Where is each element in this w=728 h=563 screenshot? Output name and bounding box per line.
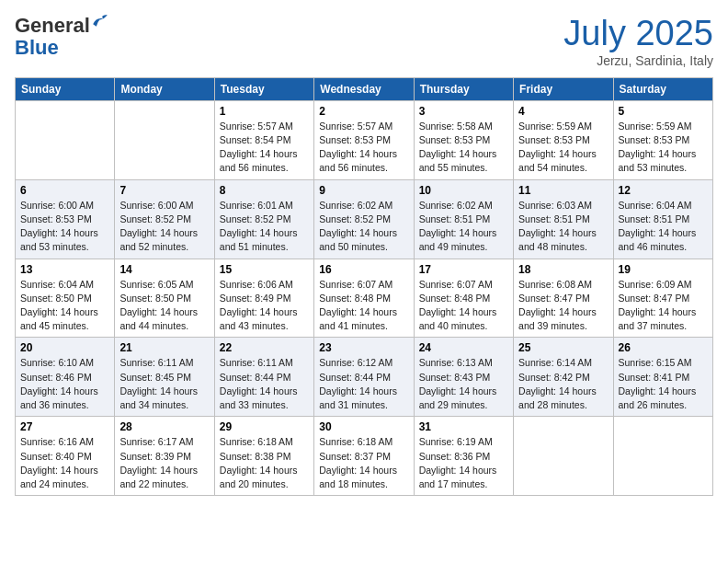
calendar-cell: 4Sunrise: 5:59 AMSunset: 8:53 PMDaylight… [514, 100, 613, 179]
calendar-week-row: 1Sunrise: 5:57 AMSunset: 8:54 PMDaylight… [16, 100, 713, 179]
day-number: 15 [220, 263, 309, 276]
calendar-cell: 22Sunrise: 6:11 AMSunset: 8:44 PMDayligh… [214, 338, 313, 417]
day-info: Sunrise: 6:03 AMSunset: 8:51 PMDaylight:… [518, 199, 608, 255]
day-info: Sunrise: 6:19 AMSunset: 8:36 PMDaylight:… [419, 435, 508, 491]
day-number: 25 [518, 341, 608, 354]
calendar-cell [16, 100, 115, 179]
sunset-text: Sunset: 8:54 PM [220, 133, 309, 147]
day-header-tuesday: Tuesday [214, 77, 313, 100]
sunrise-text: Sunrise: 5:59 AM [619, 120, 708, 133]
daylight-text: Daylight: 14 hours and 51 minutes. [220, 226, 309, 254]
calendar-cell: 25Sunrise: 6:14 AMSunset: 8:42 PMDayligh… [514, 338, 613, 417]
sunrise-text: Sunrise: 6:13 AM [419, 356, 508, 370]
calendar-week-row: 20Sunrise: 6:10 AMSunset: 8:46 PMDayligh… [16, 338, 713, 417]
sunrise-text: Sunrise: 5:59 AM [518, 120, 608, 133]
sunset-text: Sunset: 8:51 PM [518, 213, 608, 226]
day-number: 16 [319, 263, 408, 276]
day-header-saturday: Saturday [613, 77, 712, 100]
calendar-cell: 9Sunrise: 6:02 AMSunset: 8:52 PMDaylight… [314, 179, 414, 259]
day-info: Sunrise: 6:04 AMSunset: 8:51 PMDaylight:… [619, 199, 708, 255]
sunset-text: Sunset: 8:47 PM [619, 292, 708, 305]
calendar-cell: 23Sunrise: 6:12 AMSunset: 8:44 PMDayligh… [314, 338, 414, 417]
day-info: Sunrise: 6:13 AMSunset: 8:43 PMDaylight:… [419, 356, 508, 412]
sunrise-text: Sunrise: 6:02 AM [319, 199, 408, 213]
day-number: 13 [20, 263, 109, 276]
day-number: 12 [619, 184, 708, 197]
daylight-text: Daylight: 14 hours and 56 minutes. [220, 147, 309, 175]
sunrise-text: Sunrise: 6:07 AM [419, 278, 508, 292]
sunrise-text: Sunrise: 6:17 AM [119, 435, 209, 449]
sunset-text: Sunset: 8:48 PM [319, 292, 408, 305]
daylight-text: Daylight: 14 hours and 45 minutes. [20, 305, 109, 333]
location-text: Jerzu, Sardinia, Italy [563, 53, 713, 68]
sunrise-text: Sunrise: 6:00 AM [119, 199, 209, 213]
sunset-text: Sunset: 8:36 PM [419, 450, 508, 464]
daylight-text: Daylight: 14 hours and 55 minutes. [419, 147, 508, 175]
daylight-text: Daylight: 14 hours and 33 minutes. [220, 385, 309, 412]
day-info: Sunrise: 6:12 AMSunset: 8:44 PMDaylight:… [319, 356, 408, 412]
sunrise-text: Sunrise: 6:09 AM [619, 278, 708, 292]
day-number: 4 [518, 105, 608, 118]
day-info: Sunrise: 6:14 AMSunset: 8:42 PMDaylight:… [518, 356, 608, 412]
logo-blue-text: Blue [15, 36, 59, 59]
daylight-text: Daylight: 14 hours and 39 minutes. [518, 305, 608, 333]
daylight-text: Daylight: 14 hours and 56 minutes. [319, 147, 408, 175]
sunrise-text: Sunrise: 6:18 AM [319, 435, 408, 449]
sunrise-text: Sunrise: 6:08 AM [518, 278, 608, 292]
calendar-cell: 29Sunrise: 6:18 AMSunset: 8:38 PMDayligh… [214, 417, 313, 496]
daylight-text: Daylight: 14 hours and 49 minutes. [419, 226, 508, 254]
logo-general-text: General [15, 15, 90, 37]
sunrise-text: Sunrise: 6:00 AM [20, 199, 109, 213]
day-header-monday: Monday [115, 77, 214, 100]
day-info: Sunrise: 6:01 AMSunset: 8:52 PMDaylight:… [220, 199, 309, 255]
daylight-text: Daylight: 14 hours and 17 minutes. [419, 464, 508, 491]
day-header-friday: Friday [514, 77, 613, 100]
sunset-text: Sunset: 8:44 PM [319, 371, 408, 385]
day-info: Sunrise: 6:02 AMSunset: 8:52 PMDaylight:… [319, 199, 408, 255]
day-number: 7 [119, 184, 209, 197]
daylight-text: Daylight: 14 hours and 36 minutes. [20, 385, 109, 412]
daylight-text: Daylight: 14 hours and 43 minutes. [220, 305, 309, 333]
sunset-text: Sunset: 8:50 PM [119, 292, 209, 305]
sunrise-text: Sunrise: 6:05 AM [119, 278, 209, 292]
logo-bird-icon [92, 13, 108, 29]
day-info: Sunrise: 6:05 AMSunset: 8:50 PMDaylight:… [119, 278, 209, 334]
day-number: 20 [20, 341, 109, 354]
calendar-week-row: 6Sunrise: 6:00 AMSunset: 8:53 PMDaylight… [16, 179, 713, 259]
day-number: 27 [20, 420, 109, 433]
day-number: 10 [419, 184, 508, 197]
day-info: Sunrise: 6:00 AMSunset: 8:53 PMDaylight:… [20, 199, 109, 255]
sunset-text: Sunset: 8:53 PM [518, 133, 608, 147]
calendar-cell: 24Sunrise: 6:13 AMSunset: 8:43 PMDayligh… [414, 338, 513, 417]
sunrise-text: Sunrise: 6:19 AM [419, 435, 508, 449]
sunset-text: Sunset: 8:53 PM [619, 133, 708, 147]
day-number: 2 [319, 105, 408, 118]
title-block: July 2025 Jerzu, Sardinia, Italy [563, 15, 713, 68]
calendar-cell: 27Sunrise: 6:16 AMSunset: 8:40 PMDayligh… [16, 417, 115, 496]
sunrise-text: Sunrise: 5:57 AM [319, 120, 408, 133]
calendar-cell: 6Sunrise: 6:00 AMSunset: 8:53 PMDaylight… [16, 179, 115, 259]
daylight-text: Daylight: 14 hours and 41 minutes. [319, 305, 408, 333]
daylight-text: Daylight: 14 hours and 54 minutes. [518, 147, 608, 175]
logo: General Blue [15, 15, 108, 59]
day-number: 31 [419, 420, 508, 433]
calendar-table: SundayMondayTuesdayWednesdayThursdayFrid… [15, 77, 713, 496]
day-info: Sunrise: 6:15 AMSunset: 8:41 PMDaylight:… [619, 356, 708, 412]
sunset-text: Sunset: 8:37 PM [319, 450, 408, 464]
sunset-text: Sunset: 8:53 PM [419, 133, 508, 147]
calendar-week-row: 13Sunrise: 6:04 AMSunset: 8:50 PMDayligh… [16, 259, 713, 338]
day-number: 29 [220, 420, 309, 433]
sunset-text: Sunset: 8:42 PM [518, 371, 608, 385]
sunrise-text: Sunrise: 6:01 AM [220, 199, 309, 213]
calendar-cell: 28Sunrise: 6:17 AMSunset: 8:39 PMDayligh… [115, 417, 214, 496]
daylight-text: Daylight: 14 hours and 53 minutes. [20, 226, 109, 254]
day-info: Sunrise: 6:02 AMSunset: 8:51 PMDaylight:… [419, 199, 508, 255]
sunrise-text: Sunrise: 6:12 AM [319, 356, 408, 370]
daylight-text: Daylight: 14 hours and 24 minutes. [20, 464, 109, 491]
day-number: 21 [119, 341, 209, 354]
day-number: 23 [319, 341, 408, 354]
daylight-text: Daylight: 14 hours and 29 minutes. [419, 385, 508, 412]
daylight-text: Daylight: 14 hours and 34 minutes. [119, 385, 209, 412]
calendar-cell: 20Sunrise: 6:10 AMSunset: 8:46 PMDayligh… [16, 338, 115, 417]
day-info: Sunrise: 5:58 AMSunset: 8:53 PMDaylight:… [419, 120, 508, 176]
